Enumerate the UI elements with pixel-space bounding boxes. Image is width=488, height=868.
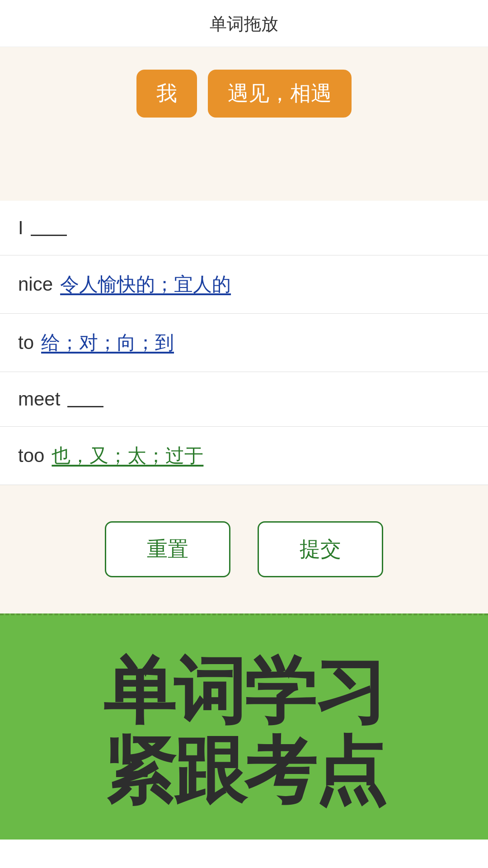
action-area: 重置 提交 bbox=[0, 485, 488, 613]
drag-area: 我 遇见，相遇 bbox=[0, 47, 488, 201]
sentence-row-5: too 也，又；太；过于 bbox=[0, 427, 488, 485]
promo-banner: 单词学习 紧跟考点 bbox=[0, 613, 488, 840]
submit-button[interactable]: 提交 bbox=[258, 521, 383, 577]
promo-line1: 单词学习 bbox=[103, 651, 385, 731]
sentence-row-1: I bbox=[0, 201, 488, 255]
page-header: 单词拖放 bbox=[0, 0, 488, 47]
sentence-prefix-2: nice bbox=[18, 274, 53, 295]
sentence-row-3: to 给；对；向；到 bbox=[0, 314, 488, 372]
word-chip-wo[interactable]: 我 bbox=[136, 70, 197, 118]
sentence-blank-1[interactable] bbox=[31, 220, 67, 236]
sentence-prefix-5: too bbox=[18, 445, 44, 467]
promo-text: 单词学习 紧跟考点 bbox=[103, 651, 385, 811]
sentence-prefix-4: meet bbox=[18, 388, 60, 410]
sentence-list: I nice 令人愉快的；宜人的 to 给；对；向；到 meet too 也，又… bbox=[0, 201, 488, 485]
sentence-meaning-2: 令人愉快的；宜人的 bbox=[60, 272, 231, 297]
sentence-prefix-3: to bbox=[18, 332, 34, 354]
sentence-blank-4[interactable] bbox=[67, 391, 103, 407]
sentence-prefix-1: I bbox=[18, 217, 23, 239]
sentence-meaning-5: 也，又；太；过于 bbox=[52, 443, 203, 468]
page-title: 单词拖放 bbox=[210, 14, 278, 33]
word-chip-meet[interactable]: 遇见，相遇 bbox=[208, 70, 352, 118]
sentence-row-2: nice 令人愉快的；宜人的 bbox=[0, 255, 488, 314]
sentence-row-4: meet bbox=[0, 372, 488, 427]
sentence-meaning-3: 给；对；向；到 bbox=[41, 330, 174, 355]
reset-button[interactable]: 重置 bbox=[105, 521, 230, 577]
promo-line2: 紧跟考点 bbox=[103, 731, 385, 811]
